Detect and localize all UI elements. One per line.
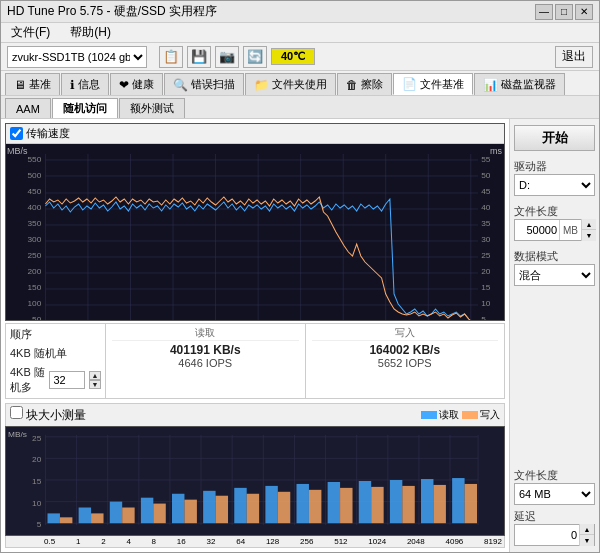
title-bar: HD Tune Pro 5.75 - 硬盘/SSD 实用程序 — □ ✕	[1, 1, 599, 23]
y-axis-label-left: MB/s	[7, 146, 28, 156]
tab-folder-usage[interactable]: 📁 文件夹使用	[245, 73, 336, 95]
delay-input[interactable]	[515, 529, 579, 541]
svg-rect-96	[433, 485, 445, 523]
toolbar-copy-btn[interactable]: 📋	[159, 46, 183, 68]
file-bench-icon: 📄	[402, 77, 417, 91]
svg-text:40: 40	[481, 203, 491, 212]
block-chart-x-axis: 0.5 1 2 4 8 16 32 64 128 256 512 1024 20…	[5, 536, 505, 548]
delay-section: 延迟 ▲ ▼	[514, 509, 595, 546]
svg-text:45: 45	[481, 187, 491, 196]
toolbar-save-btn[interactable]: 💾	[187, 46, 211, 68]
svg-rect-91	[278, 492, 290, 523]
seq-read-value: 401191 KB/s	[112, 343, 299, 357]
svg-rect-83	[452, 478, 464, 523]
file-length-label: 文件长度	[514, 204, 595, 219]
menu-help[interactable]: 帮助(H)	[64, 23, 117, 42]
sec-tab-random[interactable]: 随机访问	[52, 98, 118, 118]
benchmark-icon: 🖥	[14, 78, 26, 92]
chart-legend: 读取 写入	[421, 408, 500, 422]
tab-health[interactable]: ❤ 健康	[110, 73, 163, 95]
svg-rect-87	[153, 504, 165, 524]
seq-label: 顺序	[10, 326, 101, 343]
speed-chart-header: 传输速度	[6, 124, 504, 144]
tab-benchmark[interactable]: 🖥 基准	[5, 73, 60, 95]
sec-tab-extra[interactable]: 额外测试	[119, 98, 185, 118]
speed-chart: MB/s ms	[6, 144, 504, 321]
file-length-up[interactable]: ▲	[582, 219, 596, 230]
speed-chart-section: 传输速度 MB/s ms	[5, 123, 505, 321]
svg-text:25: 25	[32, 434, 42, 443]
svg-rect-77	[265, 486, 277, 523]
legend-read-color	[421, 411, 437, 419]
file-length-spinner: ▲ ▼	[581, 219, 596, 241]
file-length2-select[interactable]: 64 MB	[514, 483, 595, 505]
svg-rect-82	[421, 479, 433, 523]
file-length-down[interactable]: ▼	[582, 230, 596, 241]
data-mode-select[interactable]: 混合	[514, 264, 595, 286]
file-length-unit: MB	[559, 220, 581, 240]
tab-erase[interactable]: 🗑 擦除	[337, 73, 392, 95]
rand4k-single-read: 4646 IOPS	[112, 357, 299, 369]
speed-chart-svg: 550 500 450 400 350 300 250 200 150 100 …	[6, 144, 504, 321]
svg-text:5: 5	[481, 315, 486, 321]
driver-section: 驱动器 D:	[514, 157, 595, 196]
svg-rect-85	[91, 513, 103, 523]
toolbar-camera-btn[interactable]: 📷	[215, 46, 239, 68]
svg-text:15: 15	[32, 477, 42, 486]
svg-rect-74	[172, 494, 184, 523]
driver-select[interactable]: D:	[514, 174, 595, 196]
main-window: HD Tune Pro 5.75 - 硬盘/SSD 实用程序 — □ ✕ 文件(…	[0, 0, 600, 553]
svg-text:50: 50	[32, 315, 42, 321]
delay-down[interactable]: ▼	[580, 535, 594, 546]
svg-rect-97	[465, 484, 477, 523]
data-mode-label: 数据模式	[514, 249, 595, 264]
queue-up-btn[interactable]: ▲	[89, 371, 101, 380]
drive-select[interactable]: zvukr-SSD1TB (1024 gb)	[7, 46, 147, 68]
delay-input-row: ▲ ▼	[514, 524, 595, 546]
svg-rect-92	[309, 490, 321, 523]
svg-rect-73	[141, 498, 153, 524]
file-length-input[interactable]	[515, 224, 559, 236]
speed-checkbox[interactable]	[10, 127, 23, 140]
speed-checkbox-label[interactable]: 传输速度	[10, 126, 70, 141]
svg-text:100: 100	[27, 299, 41, 308]
queue-down-btn[interactable]: ▼	[89, 380, 101, 389]
toolbar-refresh-btn[interactable]: 🔄	[243, 46, 267, 68]
svg-text:55: 55	[481, 155, 491, 164]
seq-write-value: 164002 KB/s	[312, 343, 499, 357]
bottom-settings: 文件长度 64 MB 延迟 ▲ ▼	[514, 466, 595, 546]
folder-icon: 📁	[254, 78, 269, 92]
svg-rect-94	[371, 487, 383, 523]
queue-input[interactable]	[49, 371, 85, 389]
tab-info[interactable]: ℹ 信息	[61, 73, 109, 95]
scan-icon: 🔍	[173, 78, 188, 92]
svg-rect-95	[402, 486, 414, 523]
svg-text:20: 20	[32, 456, 42, 465]
stats-labels: 顺序 4KB 随机单 4KB 随机多 ▲ ▼	[6, 324, 106, 398]
delay-up[interactable]: ▲	[580, 524, 594, 535]
svg-text:450: 450	[27, 187, 41, 196]
svg-text:5: 5	[37, 520, 42, 529]
start-button[interactable]: 开始	[514, 125, 595, 151]
tab-disk-monitor[interactable]: 📊 磁盘监视器	[474, 73, 565, 95]
tab-file-benchmark[interactable]: 📄 文件基准	[393, 73, 473, 95]
svg-rect-79	[328, 482, 340, 523]
y-axis-label-right: ms	[490, 146, 502, 156]
minimize-button[interactable]: —	[535, 4, 553, 20]
block-checkbox-label[interactable]: 块大小测量	[10, 406, 86, 424]
block-chart: 25 20 15 10 5 MB/s	[5, 426, 505, 536]
maximize-button[interactable]: □	[555, 4, 573, 20]
tab-error-scan[interactable]: 🔍 错误扫描	[164, 73, 244, 95]
block-checkbox[interactable]	[10, 406, 23, 419]
close-button[interactable]: ✕	[575, 4, 593, 20]
svg-text:15: 15	[481, 283, 491, 292]
sec-tab-aam[interactable]: AAM	[5, 98, 51, 118]
menu-bar: 文件(F) 帮助(H)	[1, 23, 599, 43]
file-length-section: 文件长度 MB ▲ ▼	[514, 202, 595, 241]
block-chart-svg: 25 20 15 10 5 MB/s	[6, 427, 504, 535]
rand4k-single-label: 4KB 随机单	[10, 345, 101, 362]
menu-file[interactable]: 文件(F)	[5, 23, 56, 42]
svg-text:10: 10	[481, 299, 491, 308]
data-mode-section: 数据模式 混合	[514, 247, 595, 286]
exit-button[interactable]: 退出	[555, 46, 593, 68]
